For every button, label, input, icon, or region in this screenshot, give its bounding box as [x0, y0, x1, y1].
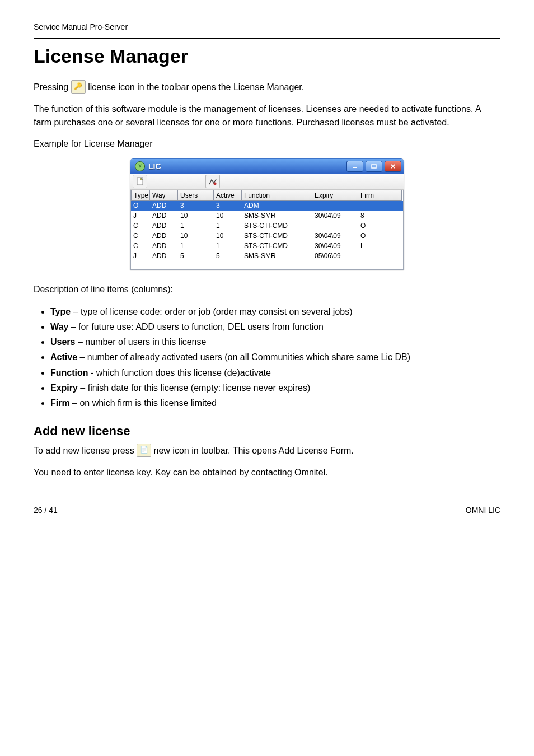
col-func[interactable]: Function [242, 190, 312, 201]
list-item-value: – number of already activated users (on … [77, 352, 410, 362]
list-item-key: Active [50, 352, 77, 362]
cell: ADD [150, 241, 178, 251]
cell: SMS-SMR [242, 211, 312, 221]
cell: STS-CTI-CMD [242, 221, 312, 231]
cell: 1 [178, 241, 214, 251]
list-item: Function - which function does this lice… [50, 365, 500, 380]
grid-body: OADD33ADMJADD1010SMS-SMR30\04\098CADD11S… [131, 201, 403, 269]
col-users[interactable]: Users [178, 190, 214, 201]
list-item-key: Function [50, 368, 88, 377]
col-way[interactable]: Way [150, 190, 178, 201]
license-grid: Type Way Users Active Function Expiry Fi… [130, 190, 404, 270]
cell: 10 [214, 231, 242, 241]
cell: J [131, 251, 150, 262]
cell: ADD [150, 201, 178, 211]
table-row[interactable]: JADD55SMS-SMR05\06\09 [131, 251, 403, 262]
list-item: Type – type of license code: order or jo… [50, 304, 500, 319]
intro-1: Pressing license icon in the toolbar ope… [34, 81, 500, 95]
cell: 10 [214, 211, 242, 221]
list-item-value: – finish date for this license (empty: l… [78, 383, 310, 393]
desc-lead: Description of line items (columns): [34, 283, 500, 296]
list-item-key: Way [50, 322, 68, 332]
cell: 30\04\09 [312, 231, 358, 241]
cell: O [358, 221, 402, 231]
license-window: ✳ LIC Type Way Users Active Function Exp… [130, 158, 404, 270]
list-item-key: Expiry [50, 383, 78, 393]
add-2: You need to enter license key. Key can b… [34, 466, 500, 479]
toolbar [130, 174, 404, 190]
svg-point-6 [214, 182, 217, 185]
titlebar: ✳ LIC [130, 159, 404, 174]
footer-rule [34, 502, 500, 502]
svg-rect-1 [372, 165, 376, 168]
add-1: To add new license press new icon in too… [34, 444, 500, 458]
close-button[interactable] [385, 161, 401, 172]
svg-rect-0 [353, 167, 357, 168]
cell: ADD [150, 221, 178, 231]
intro-3: Example for License Manager [34, 137, 500, 151]
header-rule [34, 38, 500, 39]
list-item: Firm – on which firm is this license lim… [50, 395, 500, 410]
cell: ADD [150, 231, 178, 241]
cell: 10 [178, 231, 214, 241]
table-row[interactable]: OADD33ADM [131, 201, 403, 211]
list-item-value: – type of license code: order or job (or… [71, 307, 352, 316]
intro-2: The function of this software module is … [34, 102, 500, 129]
window-title: LIC [148, 162, 161, 171]
col-active[interactable]: Active [214, 190, 242, 201]
table-row[interactable]: CADD11STS-CTI-CMDO [131, 221, 403, 231]
cell: 10 [178, 211, 214, 221]
intro-1b: license icon in the toolbar opens the Li… [88, 82, 304, 92]
cell: O [131, 201, 150, 211]
cell: J [131, 211, 150, 221]
running-header: Service Manual Pro-Server [34, 22, 500, 31]
cell: SMS-SMR [242, 251, 312, 262]
add-1b: new icon in toolbar. This opens Add Lice… [154, 446, 354, 455]
list-item: Way – for future use: ADD users to funct… [50, 319, 500, 334]
grid-header: Type Way Users Active Function Expiry Fi… [131, 190, 403, 201]
list-item: Active – number of already activated use… [50, 349, 500, 365]
cell: C [131, 241, 150, 251]
cell: 1 [214, 221, 242, 231]
cell [358, 201, 402, 211]
cell: 5 [178, 251, 214, 262]
table-row[interactable]: CADD11STS-CTI-CMD30\04\09L [131, 241, 403, 251]
cell: C [131, 231, 150, 241]
page-footer: 26 / 41 OMNI LIC [34, 506, 500, 515]
minimize-button[interactable] [346, 161, 363, 172]
cell: 1 [178, 221, 214, 231]
key-icon [71, 80, 86, 94]
list-item-value: – number of users in this license [75, 337, 206, 347]
cell [312, 201, 358, 211]
col-type[interactable]: Type [131, 190, 150, 201]
footer-page: 26 / 41 [34, 506, 58, 515]
list-item-value: – for future use: ADD users to function,… [68, 322, 324, 332]
cell [312, 221, 358, 231]
table-row[interactable]: JADD1010SMS-SMR30\04\098 [131, 211, 403, 221]
list-item: Users – number of users in this license [50, 334, 500, 349]
toolbar-button-2[interactable] [205, 175, 220, 188]
cell [358, 251, 402, 262]
table-row[interactable]: CADD1010STS-CTI-CMD30\04\09O [131, 231, 403, 241]
list-item-value: - which function does this license (de)a… [88, 368, 271, 377]
col-firm[interactable]: Firm [358, 190, 402, 201]
cell: ADD [150, 251, 178, 262]
intro-1a: Pressing [34, 82, 71, 92]
list-item-key: Firm [50, 398, 70, 408]
footer-right: OMNI LIC [466, 506, 500, 515]
cell: ADD [150, 211, 178, 221]
cell: 3 [178, 201, 214, 211]
cell: O [358, 231, 402, 241]
cell: 3 [214, 201, 242, 211]
cell: 30\04\09 [312, 211, 358, 221]
cell: STS-CTI-CMD [242, 231, 312, 241]
cell: 05\06\09 [312, 251, 358, 262]
app-icon: ✳ [135, 161, 145, 171]
list-item-key: Users [50, 337, 75, 347]
cell: C [131, 221, 150, 231]
column-description-list: Type – type of license code: order or jo… [34, 304, 500, 410]
col-expiry[interactable]: Expiry [312, 190, 358, 201]
cell: 1 [214, 241, 242, 251]
maximize-button[interactable] [366, 161, 382, 172]
new-license-button[interactable] [133, 175, 147, 188]
